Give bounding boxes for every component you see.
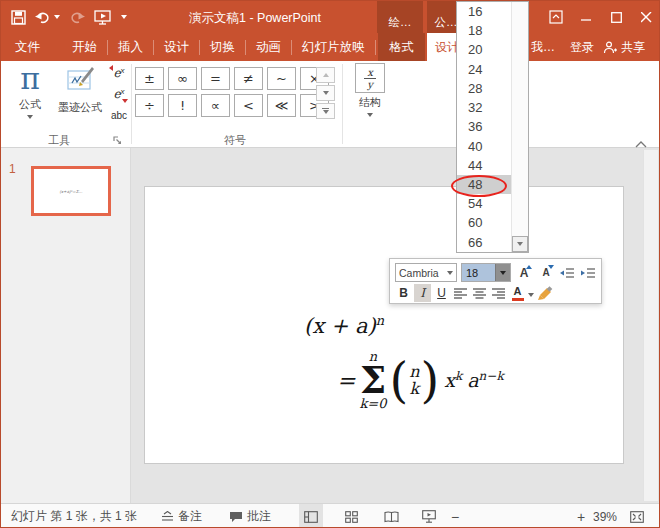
increase-indent-button[interactable] bbox=[580, 264, 597, 282]
symbol-equals[interactable]: = bbox=[201, 67, 230, 90]
zoom-in-button[interactable]: + bbox=[577, 504, 585, 528]
dialog-launcher-icon bbox=[113, 136, 122, 145]
ribbon-display-options-icon bbox=[549, 10, 563, 24]
symbol-infinity[interactable]: ∞ bbox=[168, 67, 197, 90]
scroll-down-icon bbox=[323, 91, 329, 95]
font-name-dropdown-icon[interactable] bbox=[447, 271, 453, 275]
equation-button-label: 公式 bbox=[7, 97, 53, 112]
align-right-button[interactable] bbox=[490, 284, 507, 302]
italic-button[interactable]: I bbox=[414, 284, 431, 302]
symbol-less-than[interactable]: < bbox=[234, 94, 263, 117]
normal-view-button[interactable] bbox=[299, 504, 323, 528]
structure-icon-denominator: y bbox=[364, 78, 376, 90]
decrease-indent-icon bbox=[560, 267, 575, 279]
symbol-not-equal[interactable]: ≠ bbox=[234, 67, 263, 90]
reading-view-button[interactable] bbox=[379, 504, 403, 528]
font-color-dropdown-icon[interactable] bbox=[528, 293, 534, 297]
undo-dropdown-icon[interactable] bbox=[54, 15, 60, 19]
summation: n Σ k=0 bbox=[359, 350, 386, 410]
structures-button[interactable]: x y 结构 bbox=[345, 63, 395, 117]
decrease-indent-button[interactable] bbox=[559, 264, 576, 282]
font-size-combo[interactable]: 18 bbox=[461, 263, 511, 282]
symbol-divide[interactable]: ÷ bbox=[135, 94, 164, 117]
font-size-option-16[interactable]: 16 bbox=[457, 2, 511, 21]
symbol-much-less[interactable]: ≪ bbox=[267, 94, 296, 117]
align-left-button[interactable] bbox=[452, 284, 469, 302]
minimize-button[interactable] bbox=[573, 1, 599, 33]
font-size-option-20[interactable]: 20 bbox=[457, 40, 511, 59]
linear-format-button[interactable]: ex bbox=[107, 84, 131, 105]
format-painter-button[interactable] bbox=[536, 284, 556, 302]
symbol-proportional[interactable]: ∝ bbox=[201, 94, 230, 117]
font-size-option-36[interactable]: 36 bbox=[457, 117, 511, 136]
symbols-more-button[interactable] bbox=[316, 103, 335, 119]
tab-file[interactable]: 文件 bbox=[1, 33, 54, 61]
font-color-button[interactable]: A bbox=[509, 284, 526, 302]
customize-qat-button[interactable] bbox=[121, 15, 127, 19]
dropdown-scrollbar[interactable] bbox=[511, 2, 528, 252]
font-size-option-44[interactable]: 44 bbox=[457, 156, 511, 175]
symbol-plus-minus[interactable]: ± bbox=[135, 67, 164, 90]
font-size-value[interactable]: 18 bbox=[462, 264, 495, 281]
more-arrow-icon bbox=[323, 110, 329, 114]
equation-button[interactable]: π 公式 bbox=[7, 63, 53, 119]
save-button[interactable] bbox=[11, 10, 26, 25]
font-size-option-60[interactable]: 60 bbox=[457, 213, 511, 232]
maximize-button[interactable] bbox=[603, 1, 629, 33]
slide-sorter-view-button[interactable] bbox=[339, 504, 363, 528]
font-name-combo[interactable]: Cambria bbox=[395, 263, 457, 282]
tab-slideshow[interactable]: 幻灯片放映 bbox=[292, 33, 375, 61]
close-button[interactable] bbox=[633, 1, 659, 33]
linear-arrow-icon bbox=[122, 99, 128, 103]
tab-animations[interactable]: 动画 bbox=[246, 33, 291, 61]
tab-transitions[interactable]: 切换 bbox=[200, 33, 245, 61]
start-slideshow-button[interactable] bbox=[94, 10, 112, 25]
tools-dialog-launcher[interactable] bbox=[113, 134, 122, 148]
scroll-up-icon bbox=[323, 73, 329, 77]
font-size-option-54[interactable]: 54 bbox=[457, 194, 511, 213]
grow-font-button[interactable]: A bbox=[515, 264, 533, 282]
dropdown-scroll-down-button[interactable] bbox=[512, 236, 528, 252]
binomial-coefficient: ( n k ) bbox=[389, 360, 439, 401]
symbol-tilde[interactable]: ~ bbox=[267, 67, 296, 90]
tab-home[interactable]: 开始 bbox=[62, 33, 107, 61]
comments-button[interactable]: 批注 bbox=[229, 504, 271, 528]
vertical-scrollbar[interactable] bbox=[643, 150, 658, 501]
normal-text-button[interactable]: abc bbox=[107, 105, 131, 126]
font-size-dropdown-button[interactable] bbox=[495, 264, 510, 281]
sign-in-link[interactable]: 登录 bbox=[570, 39, 594, 56]
font-size-option-40[interactable]: 40 bbox=[457, 137, 511, 156]
tab-format-contextual[interactable]: 格式 bbox=[378, 33, 425, 61]
ribbon-display-options-button[interactable] bbox=[543, 1, 569, 33]
tell-me-box[interactable]: 我… bbox=[531, 39, 555, 56]
slideshow-view-button[interactable] bbox=[417, 504, 441, 528]
equation-line1[interactable]: (x + a)n bbox=[304, 313, 384, 338]
fit-to-window-button[interactable] bbox=[625, 504, 649, 528]
notes-button[interactable]: 备注 bbox=[161, 504, 202, 528]
tab-design[interactable]: 设计 bbox=[154, 33, 199, 61]
professional-sup: x bbox=[121, 66, 125, 75]
font-size-option-18[interactable]: 18 bbox=[457, 21, 511, 40]
share-button[interactable]: 共享 bbox=[603, 33, 645, 61]
align-center-button[interactable] bbox=[471, 284, 488, 302]
binom-bottom: k bbox=[410, 380, 420, 397]
bold-button[interactable]: B bbox=[395, 284, 412, 302]
underline-button[interactable]: U bbox=[433, 284, 450, 302]
symbols-scroll-down-button[interactable] bbox=[316, 85, 335, 101]
fit-to-window-icon bbox=[630, 511, 644, 523]
font-size-option-32[interactable]: 32 bbox=[457, 98, 511, 117]
slide-thumbnail-selected[interactable]: (x+a)ⁿ=Σ… bbox=[31, 166, 111, 216]
comments-icon bbox=[229, 511, 243, 523]
tab-insert[interactable]: 插入 bbox=[108, 33, 153, 61]
symbol-factorial[interactable]: ! bbox=[168, 94, 197, 117]
ink-equation-button[interactable]: 墨迹公式 bbox=[53, 63, 107, 115]
undo-button[interactable] bbox=[35, 11, 60, 24]
shrink-font-button[interactable]: A bbox=[537, 264, 555, 282]
equation-line2[interactable]: = n Σ k=0 ( n k ) xk an−k bbox=[337, 341, 504, 419]
zoom-out-button[interactable]: − bbox=[451, 504, 459, 528]
professional-format-button[interactable]: ex bbox=[107, 63, 131, 84]
zoom-level[interactable]: 39% bbox=[593, 504, 617, 528]
font-size-option-66[interactable]: 66 bbox=[457, 233, 511, 252]
font-size-option-28[interactable]: 28 bbox=[457, 79, 511, 98]
font-size-option-24[interactable]: 24 bbox=[457, 60, 511, 79]
